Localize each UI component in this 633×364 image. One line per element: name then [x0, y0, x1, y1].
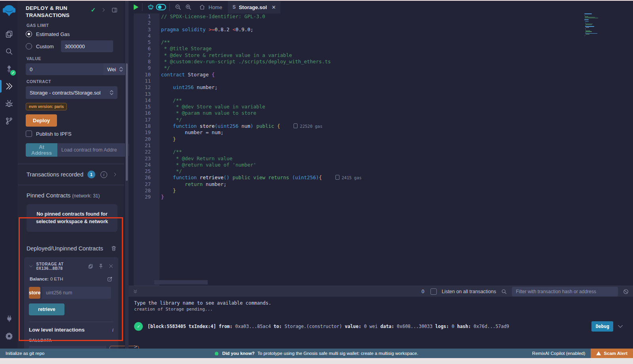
robot-icon — [147, 3, 155, 11]
chevron-right-icon[interactable] — [101, 8, 106, 12]
copy-icon[interactable] — [88, 264, 93, 269]
panel-scrollbar[interactable] — [125, 1, 129, 349]
sidebar-item-file-explorer[interactable] — [0, 26, 18, 42]
info-icon[interactable]: i — [112, 327, 114, 333]
transactions-recorded-label: Transactions recorded — [27, 171, 83, 178]
at-address-button[interactable]: At Address — [26, 143, 57, 157]
tip-bold: Did you know? — [222, 351, 255, 356]
remix-logo-icon[interactable] — [2, 4, 16, 19]
file-tab-label: Storage.sol — [239, 4, 267, 10]
gear-icon — [5, 332, 13, 340]
chevron-down-icon[interactable] — [29, 264, 33, 269]
sidebar-item-debugger[interactable] — [0, 96, 18, 112]
retrieve-function-button[interactable]: retrieve — [29, 303, 64, 315]
custom-gas-radio[interactable] — [26, 43, 32, 49]
terminal[interactable]: Type the library name to see available c… — [129, 297, 633, 349]
store-argument-input[interactable] — [42, 287, 111, 299]
zoom-out-button[interactable] — [173, 2, 183, 12]
pin-panel-icon[interactable] — [112, 7, 118, 13]
editor-horizontal-scrollbar[interactable] — [154, 280, 208, 284]
deploy-button[interactable]: Deploy — [26, 114, 57, 127]
debug-button[interactable]: Debug — [591, 321, 613, 332]
value-label: VALUE — [27, 56, 118, 61]
copilot-toggle[interactable] — [156, 2, 166, 12]
panel-scrollbar-thumb[interactable] — [126, 63, 128, 181]
compile-success-badge-icon: ✓ — [10, 70, 16, 76]
trash-icon[interactable] — [111, 245, 117, 251]
store-function-button[interactable]: store — [29, 287, 40, 299]
clear-filter-ban-icon[interactable] — [623, 288, 629, 295]
deploy-run-panel: DEPLOY & RUN TRANSACTIONS ✓ GAS LIMIT Es… — [18, 1, 124, 349]
collapse-terminal-icon[interactable] — [133, 288, 138, 295]
sidebar-item-search[interactable] — [0, 44, 18, 59]
search-icon — [5, 47, 13, 56]
pinned-contracts-header: Pinned Contracts (network: 31) — [18, 185, 124, 203]
gas-limit-label: GAS LIMIT — [27, 23, 118, 28]
balance-value: 0 ETH — [50, 277, 63, 281]
active-plugin-indicator — [0, 80, 2, 93]
panel-check-icon: ✓ — [91, 6, 96, 13]
code-editor[interactable]: 1// SPDX-License-Identifier: GPL-3.02 3p… — [129, 13, 633, 286]
pinned-empty-message: No pinned contracts found for selected w… — [27, 204, 118, 232]
listen-all-label: Listen on all transactions — [442, 289, 496, 294]
sidebar-item-git[interactable] — [0, 113, 18, 129]
value-unit-select[interactable]: Wei — [103, 63, 127, 75]
transactions-recorded-row[interactable]: Transactions recorded 1 i — [18, 164, 124, 185]
low-level-interactions-title: Low level interactions — [29, 327, 85, 333]
scam-alert-button[interactable]: Scam Alert — [591, 349, 633, 358]
toggle-on-icon — [156, 4, 166, 11]
copilot-status[interactable]: RemixAI Copilot (enabled) — [532, 351, 585, 356]
expand-tx-chevron-icon[interactable] — [617, 323, 624, 330]
remix-ai-button[interactable] — [146, 2, 156, 12]
value-unit-selected: Wei — [107, 66, 116, 72]
editor-minimap[interactable] — [584, 13, 616, 36]
window-bottom-edge — [0, 358, 633, 364]
stepper-icon — [119, 66, 123, 72]
sidebar-item-deploy-and-run[interactable] — [0, 78, 18, 94]
tab-home[interactable]: Home — [193, 1, 228, 13]
plug-icon — [5, 314, 13, 323]
status-bar: Initialize as git repo Did you know? To … — [0, 349, 633, 358]
close-tab-icon[interactable]: ✕ — [272, 4, 276, 10]
custom-gas-input[interactable] — [61, 40, 113, 52]
zoom-out-icon — [174, 4, 182, 11]
sidebar-item-solidity-compiler[interactable]: ✓ — [0, 61, 18, 77]
edit-icon[interactable] — [107, 276, 113, 282]
zoom-in-icon — [185, 4, 192, 11]
stepper-icon — [110, 90, 114, 95]
value-input[interactable] — [26, 63, 103, 75]
calldata-label: CALLDATA — [29, 338, 114, 343]
contract-select[interactable]: Storage - contracts/Storage.sol — [26, 86, 118, 99]
sidebar-item-settings[interactable] — [0, 328, 18, 344]
terminal-filter-input[interactable] — [512, 287, 618, 296]
divider — [29, 322, 114, 322]
estimated-gas-radio[interactable] — [26, 31, 32, 37]
publish-ipfs-label: Publish to IPFS — [36, 131, 72, 137]
chevron-right-icon[interactable] — [113, 172, 118, 177]
zoom-in-button[interactable] — [183, 2, 193, 12]
terminal-toolbar: 0 Listen on all transactions — [129, 286, 633, 297]
bug-icon — [5, 99, 13, 108]
sidebar-item-plugin-manager[interactable] — [0, 311, 18, 326]
code-lines: 1// SPDX-License-Identifier: GPL-3.02 3p… — [129, 13, 633, 201]
tx-line: [block:5583405 txIndex:4] from: 0xa03...… — [148, 324, 509, 329]
close-icon[interactable] — [108, 264, 114, 269]
icon-sidebar: ✓ — [0, 1, 18, 349]
tab-storage-sol[interactable]: S Storage.sol ✕ — [228, 1, 281, 13]
deployed-contracts-title: Deployed/Unpinned Contracts — [27, 245, 103, 252]
pin-icon[interactable] — [98, 264, 104, 269]
deployed-contract-name: STORAGE AT 0X136...8B78 — [36, 262, 85, 271]
run-script-button[interactable] — [129, 2, 139, 12]
at-address-input[interactable] — [57, 143, 129, 157]
tx-success-icon: ✓ — [134, 322, 143, 331]
window-top-edge — [0, 0, 633, 1]
publish-ipfs-checkbox[interactable] — [26, 131, 32, 137]
scam-alert-label: Scam Alert — [604, 351, 627, 356]
solidity-file-icon: S — [233, 4, 236, 10]
transaction-log-row[interactable]: ✓ [block:5583405 txIndex:4] from: 0xa03.… — [134, 321, 633, 332]
warning-icon — [596, 351, 601, 355]
contract-label: CONTRACT — [27, 79, 118, 84]
deployed-contract-card: STORAGE AT 0X136...8B78 Balance: 0 ETH s… — [24, 257, 118, 364]
listen-all-checkbox[interactable] — [430, 288, 437, 295]
git-branch-icon — [5, 117, 13, 125]
